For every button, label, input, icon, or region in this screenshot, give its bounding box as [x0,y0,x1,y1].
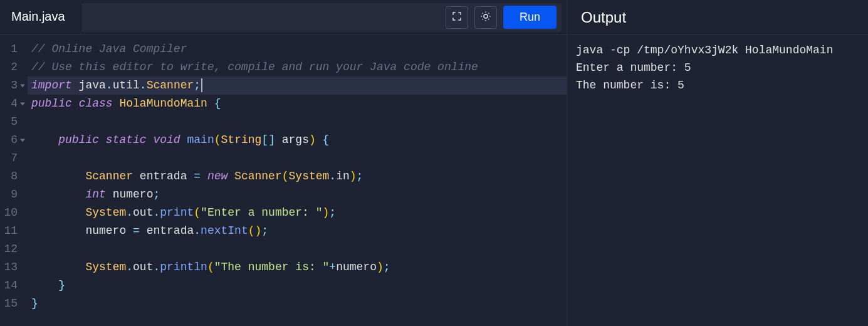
code-line[interactable]: } [28,276,567,295]
fullscreen-button[interactable] [446,6,468,29]
code-editor[interactable]: 123456789101112131415 // Online Java Com… [0,35,567,326]
code-line[interactable]: System.out.print("Enter a number: "); [28,204,567,222]
app-root: Main.java [0,0,868,326]
code-line[interactable] [28,149,567,167]
gutter-line: 15 [0,295,24,313]
run-button[interactable]: Run [503,6,557,29]
gutter-line: 4 [0,95,24,113]
code-line[interactable]: // Use this editor to write, compile and… [28,58,567,76]
gutter-line: 11 [0,222,24,240]
code-line[interactable]: numero = entrada.nextInt(); [28,222,567,240]
fold-marker-icon[interactable] [20,102,25,105]
code-line[interactable]: int numero; [28,186,567,204]
gutter-line: 13 [0,258,24,276]
code-line[interactable]: // Online Java Compiler [28,40,567,58]
gutter-line: 2 [0,58,24,76]
fold-marker-icon[interactable] [20,139,25,142]
fold-marker-icon[interactable] [20,84,25,87]
gutter-line: 7 [0,149,24,167]
line-gutter: 123456789101112131415 [0,40,28,326]
gutter-line: 14 [0,276,24,295]
editor-pane: Main.java [0,0,567,326]
fullscreen-icon [451,11,463,24]
file-tab[interactable]: Main.java [0,0,76,34]
gutter-line: 3 [0,76,24,95]
gutter-line: 6 [0,131,24,149]
code-line[interactable]: System.out.println("The number is: "+num… [28,258,567,276]
code-line[interactable]: Scanner entrada = new Scanner(System.in)… [28,167,567,186]
gutter-line: 12 [0,240,24,258]
svg-point-0 [484,14,488,18]
code-line[interactable]: public class HolaMundoMain { [28,95,567,113]
gutter-line: 10 [0,204,24,222]
output-console[interactable]: java -cp /tmp/oYhvx3jW2k HolaMundoMain E… [567,35,868,326]
gutter-line: 5 [0,113,24,131]
editor-header: Main.java [0,0,567,35]
editor-toolbar: Run [81,3,562,32]
gutter-line: 1 [0,40,24,58]
code-line[interactable] [28,240,567,258]
code-line[interactable]: } [28,295,567,313]
code-area[interactable]: // Online Java Compiler// Use this edito… [28,40,567,326]
gutter-line: 9 [0,186,24,204]
code-line[interactable]: public static void main(String[] args) { [28,131,567,149]
text-cursor [201,78,202,92]
output-pane: Output java -cp /tmp/oYhvx3jW2k HolaMund… [567,0,868,326]
gutter-line: 8 [0,167,24,186]
code-line[interactable] [28,113,567,131]
sun-icon [480,11,491,24]
output-title: Output [567,0,868,35]
theme-toggle-button[interactable] [474,6,497,29]
